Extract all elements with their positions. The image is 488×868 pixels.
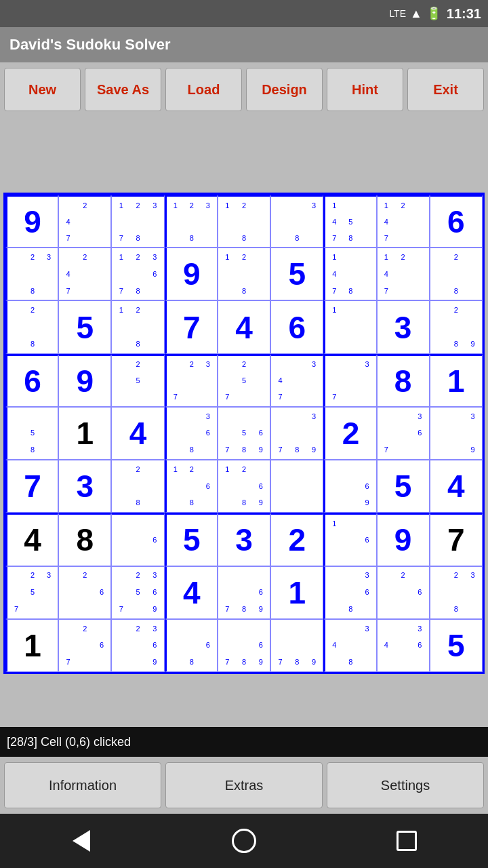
cell-8-2[interactable]: 2369 <box>111 619 164 672</box>
cell-1-7[interactable]: 1247 <box>377 248 430 300</box>
cell-2-2[interactable]: 128 <box>111 300 164 353</box>
cell-6-6[interactable]: 16 <box>323 513 376 566</box>
cell-0-3[interactable]: 1238 <box>165 195 218 248</box>
cell-5-5[interactable] <box>270 460 323 513</box>
cell-3-2[interactable]: 25 <box>111 354 164 407</box>
cell-4-1[interactable]: 1 <box>58 407 111 460</box>
cell-8-8[interactable]: 5 <box>430 619 483 672</box>
cell-2-3[interactable]: 7 <box>165 300 218 353</box>
cell-5-2[interactable]: 28 <box>111 460 164 513</box>
cell-5-0[interactable]: 7 <box>5 460 58 513</box>
cell-6-3[interactable]: 5 <box>165 513 218 566</box>
cell-0-0[interactable]: 9 <box>5 195 58 248</box>
cell-6-7[interactable]: 9 <box>377 513 430 566</box>
cell-1-8[interactable]: 28 <box>430 248 483 300</box>
cell-7-2[interactable]: 235679 <box>111 566 164 619</box>
sudoku-grid[interactable]: 9247123781238128381457812476238247123678… <box>3 193 485 674</box>
cell-2-4[interactable]: 4 <box>218 300 270 353</box>
cell-7-5[interactable]: 1 <box>270 566 323 619</box>
cell-8-3[interactable]: 68 <box>165 619 218 672</box>
cell-6-8[interactable]: 7 <box>430 513 483 566</box>
cell-6-2[interactable]: 6 <box>111 513 164 566</box>
cell-1-0[interactable]: 238 <box>5 248 58 300</box>
cell-candidates-7-6: 368 <box>326 568 375 618</box>
cell-4-2[interactable]: 4 <box>111 407 164 460</box>
home-button[interactable] <box>224 821 264 861</box>
recents-button[interactable] <box>386 821 427 861</box>
cell-5-8[interactable]: 4 <box>430 460 483 513</box>
cell-1-1[interactable]: 247 <box>58 248 111 300</box>
cell-0-8[interactable]: 6 <box>430 195 483 248</box>
cell-3-5[interactable]: 347 <box>270 354 323 407</box>
cell-8-0[interactable]: 1 <box>5 619 58 672</box>
new-button[interactable]: New <box>4 68 81 111</box>
cell-4-3[interactable]: 368 <box>165 407 218 460</box>
cell-3-0[interactable]: 6 <box>5 354 58 407</box>
cell-value-2-5: 6 <box>288 312 306 343</box>
cell-3-6[interactable]: 37 <box>323 354 376 407</box>
information-button[interactable]: Information <box>4 762 161 808</box>
design-button[interactable]: Design <box>246 68 323 111</box>
cell-1-5[interactable]: 5 <box>270 248 323 300</box>
cell-7-4[interactable]: 6789 <box>218 566 270 619</box>
cell-4-5[interactable]: 3789 <box>270 407 323 460</box>
load-button[interactable]: Load <box>165 68 242 111</box>
cell-7-3[interactable]: 4 <box>165 566 218 619</box>
cell-0-4[interactable]: 128 <box>218 195 270 248</box>
cell-8-6[interactable]: 348 <box>323 619 376 672</box>
settings-button[interactable]: Settings <box>327 762 484 808</box>
cell-2-5[interactable]: 6 <box>270 300 323 353</box>
cell-2-1[interactable]: 5 <box>58 300 111 353</box>
cell-4-4[interactable]: 56789 <box>218 407 270 460</box>
cell-7-0[interactable]: 2357 <box>5 566 58 619</box>
cell-8-1[interactable]: 267 <box>58 619 111 672</box>
cell-1-4[interactable]: 128 <box>218 248 270 300</box>
cell-7-1[interactable]: 26 <box>58 566 111 619</box>
cell-8-7[interactable]: 346 <box>377 619 430 672</box>
cell-8-4[interactable]: 6789 <box>218 619 270 672</box>
cell-2-6[interactable]: 1 <box>323 300 376 353</box>
cell-candidates-3-5: 347 <box>272 357 322 406</box>
cell-5-4[interactable]: 12689 <box>218 460 270 513</box>
cell-3-3[interactable]: 237 <box>165 354 218 407</box>
cell-3-4[interactable]: 257 <box>218 354 270 407</box>
cell-5-1[interactable]: 3 <box>58 460 111 513</box>
cell-0-5[interactable]: 38 <box>270 195 323 248</box>
cell-3-8[interactable]: 1 <box>430 354 483 407</box>
cell-0-1[interactable]: 247 <box>58 195 111 248</box>
cell-5-3[interactable]: 1268 <box>165 460 218 513</box>
cell-4-7[interactable]: 367 <box>377 407 430 460</box>
cell-candidates-0-3: 1238 <box>167 197 216 246</box>
cell-value-4-6: 2 <box>342 418 360 449</box>
cell-4-8[interactable]: 39 <box>430 407 483 460</box>
cell-0-7[interactable]: 1247 <box>377 195 430 248</box>
save-as-button[interactable]: Save As <box>85 68 161 111</box>
cell-8-5[interactable]: 789 <box>270 619 323 672</box>
cell-1-6[interactable]: 1478 <box>323 248 376 300</box>
cell-7-6[interactable]: 368 <box>323 566 376 619</box>
back-button[interactable] <box>61 821 102 861</box>
cell-1-3[interactable]: 9 <box>165 248 218 300</box>
exit-button[interactable]: Exit <box>407 68 484 111</box>
cell-7-7[interactable]: 26 <box>377 566 430 619</box>
cell-3-7[interactable]: 8 <box>377 354 430 407</box>
cell-6-5[interactable]: 2 <box>270 513 323 566</box>
cell-0-6[interactable]: 14578 <box>323 195 376 248</box>
cell-1-2[interactable]: 123678 <box>111 248 164 300</box>
cell-2-8[interactable]: 289 <box>430 300 483 353</box>
cell-6-1[interactable]: 8 <box>58 513 111 566</box>
cell-5-7[interactable]: 5 <box>377 460 430 513</box>
cell-6-4[interactable]: 3 <box>218 513 270 566</box>
extras-button[interactable]: Extras <box>165 762 323 808</box>
cell-2-0[interactable]: 28 <box>5 300 58 353</box>
cell-4-0[interactable]: 58 <box>5 407 58 460</box>
cell-4-6[interactable]: 2 <box>323 407 376 460</box>
cell-3-1[interactable]: 9 <box>58 354 111 407</box>
cell-0-2[interactable]: 12378 <box>111 195 164 248</box>
cell-candidates-1-0: 238 <box>8 249 57 299</box>
hint-button[interactable]: Hint <box>327 68 403 111</box>
cell-7-8[interactable]: 238 <box>430 566 483 619</box>
cell-2-7[interactable]: 3 <box>377 300 430 353</box>
cell-6-0[interactable]: 4 <box>5 513 58 566</box>
cell-5-6[interactable]: 69 <box>323 460 376 513</box>
